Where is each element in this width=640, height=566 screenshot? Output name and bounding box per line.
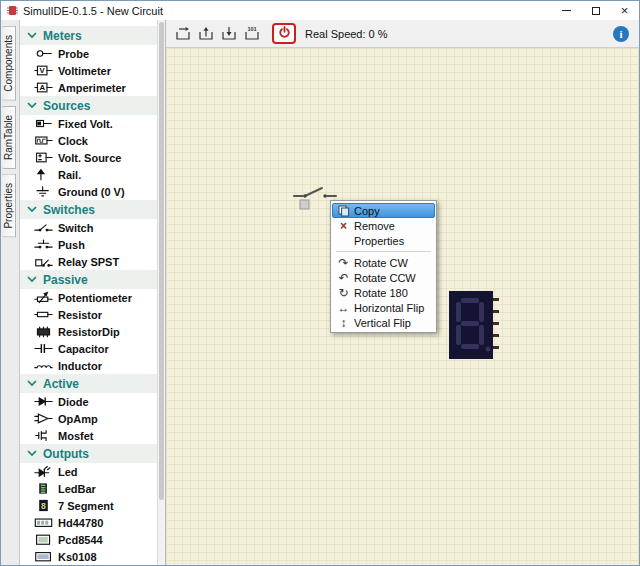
rotate-ccw-icon: ↶ [336,271,351,285]
palette-item-amperimeter[interactable]: AAmperimeter [20,79,158,96]
potentiometer-icon [32,291,54,304]
horizontal-flip-icon: ↔ [336,301,351,315]
volt-source-icon [32,151,54,164]
category-sources[interactable]: Sources [20,96,158,115]
palette-item-clock[interactable]: Clock [20,132,158,149]
maximize-button[interactable] [581,1,610,20]
side-tab-properties[interactable]: Properties [2,174,16,238]
palette-item-label: Pcd8544 [58,534,103,546]
palette-item-voltimeter[interactable]: VVoltimeter [20,62,158,79]
palette-item-label: Push [58,239,85,251]
palette-item-mosfet[interactable]: Mosfet [20,427,158,444]
menu-item-properties[interactable]: Properties [332,233,435,248]
new-circuit-button[interactable] [172,23,193,45]
toolbar: 101 Real Speed: 0 % i [166,20,639,48]
palette-item-switch[interactable]: Switch [20,219,158,236]
menu-item-horizontal-flip[interactable]: ↔Horizontal Flip [332,300,435,315]
vertical-flip-icon: ↕ [336,316,351,330]
seven-segment-display[interactable] [449,291,499,361]
menu-item-label: Horizontal Flip [354,302,424,314]
palette-item-ks0108[interactable]: Ks0108 [20,548,158,565]
palette-item-capacitor[interactable]: Capacitor [20,340,158,357]
palette-item-label: Capacitor [58,343,109,355]
opamp-icon [32,412,54,425]
palette-item-push[interactable]: Push [20,236,158,253]
palette-item-7-segment[interactable]: 87 Segment [20,497,158,514]
palette-item-label: Potentiometer [58,292,132,304]
open-circuit-button[interactable] [195,23,216,45]
palette-item-ground-0-v[interactable]: Ground (0 V) [20,183,158,200]
palette-item-led[interactable]: Led [20,463,158,480]
menu-item-remove[interactable]: ×Remove [332,218,435,233]
palette-item-label: LedBar [58,483,96,495]
palette-item-fixed-volt[interactable]: Fixed Volt. [20,115,158,132]
title-bar[interactable]: SimulIDE-0.1.5 - New Circuit × [1,1,639,20]
push-icon [32,238,54,251]
palette-item-volt-source[interactable]: Volt. Source [20,149,158,166]
menu-item-rotate-180[interactable]: ↻Rotate 180 [332,285,435,300]
category-label: Passive [43,273,88,287]
palette-item-diode[interactable]: Diode [20,393,158,410]
palette-item-label: Relay SPST [58,256,119,268]
side-tab-components[interactable]: Components [2,26,16,101]
palette-item-inductor[interactable]: Inductor [20,357,158,374]
category-passive[interactable]: Passive [20,270,158,289]
palette-item-ledbar[interactable]: LedBar [20,480,158,497]
category-switches[interactable]: Switches [20,200,158,219]
category-outputs[interactable]: Outputs [20,444,158,463]
palette-item-label: ResistorDip [58,326,120,338]
palette-item-hd44780[interactable]: Hd44780 [20,514,158,531]
scrollbar-thumb[interactable] [159,22,164,500]
category-active[interactable]: Active [20,374,158,393]
palette-item-relay-spst[interactable]: Relay SPST [20,253,158,270]
circuit-canvas[interactable]: Copy×RemoveProperties↷Rotate CW↶Rotate C… [166,48,639,565]
sidebar-scrollbar[interactable] [157,20,165,565]
pcd8544-icon [32,533,54,546]
palette-item-label: Hd44780 [58,517,103,529]
palette-item-label: Fixed Volt. [58,118,113,130]
menu-item-rotate-cw[interactable]: ↷Rotate CW [332,255,435,270]
menu-item-vertical-flip[interactable]: ↕Vertical Flip [332,315,435,330]
load-firmware-button[interactable]: 101 [241,23,262,45]
save-circuit-button[interactable] [218,23,239,45]
rotate-180-icon: ↻ [336,286,351,300]
info-button[interactable]: i [613,26,629,42]
minimize-button[interactable] [552,1,581,20]
chevron-down-icon [26,450,38,457]
category-label: Meters [43,29,82,43]
palette-item-label: Rail. [58,169,81,181]
palette-item-label: Clock [58,135,88,147]
category-label: Sources [43,99,90,113]
amperimeter-icon: A [32,81,54,94]
palette-item-label: Resistor [58,309,102,321]
category-meters[interactable]: Meters [20,26,158,45]
palette-item-label: Voltimeter [58,65,111,77]
rotate-cw-icon: ↷ [336,256,351,270]
palette-item-resistor[interactable]: Resistor [20,306,158,323]
menu-separator [336,251,431,252]
menu-item-rotate-ccw[interactable]: ↶Rotate CCW [332,270,435,285]
menu-item-copy[interactable]: Copy [332,203,435,218]
context-menu: Copy×RemoveProperties↷Rotate CW↶Rotate C… [330,200,437,333]
copy-icon [336,205,351,217]
remove-icon: × [336,219,351,233]
palette-item-potentiometer[interactable]: Potentiometer [20,289,158,306]
palette-item-resistordip[interactable]: ResistorDip [20,323,158,340]
svg-text:101: 101 [247,26,256,32]
palette-item-label: Ks0108 [58,551,97,563]
app-window: SimulIDE-0.1.5 - New Circuit × Component… [0,0,640,566]
palette-item-label: Probe [58,48,89,60]
side-tab-ramtable[interactable]: RamTable [2,106,16,169]
palette-item-rail[interactable]: Rail. [20,166,158,183]
rail-icon [32,168,54,181]
led-icon [32,465,54,478]
close-button[interactable]: × [610,1,639,20]
category-label: Switches [43,203,95,217]
palette-item-opamp[interactable]: OpAmp [20,410,158,427]
ledbar-icon [32,482,54,495]
menu-item-label: Rotate CCW [354,272,416,284]
palette-item-probe[interactable]: Probe [20,45,158,62]
power-button[interactable] [272,23,296,44]
palette-item-pcd8544[interactable]: Pcd8544 [20,531,158,548]
new-circuit-icon [172,26,193,42]
